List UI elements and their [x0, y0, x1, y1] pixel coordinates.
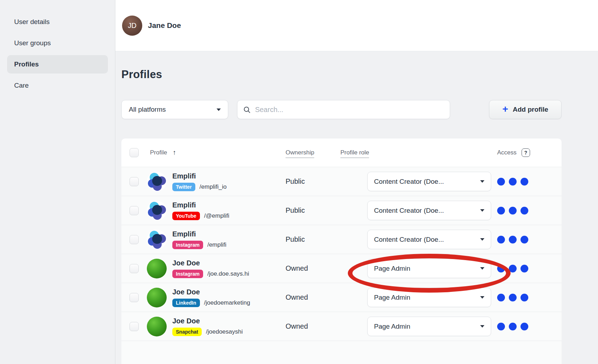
access-dot [509, 265, 517, 272]
profile-avatar [147, 201, 167, 221]
platform-badge: Instagram [172, 241, 203, 249]
access-dots [497, 207, 562, 215]
profile-name: Joe Doe [172, 259, 278, 267]
row-checkbox[interactable] [130, 235, 139, 244]
platform-badge: Twitter [172, 183, 195, 191]
row-checkbox[interactable] [130, 206, 139, 215]
access-dot [497, 323, 505, 330]
profiles-table: Profile ↑ Ownership Profile role Access … [121, 139, 562, 364]
access-dots [497, 323, 562, 330]
table-body: Emplifi Twitter /emplifi_io Public Conte… [121, 167, 562, 341]
profile-name: Emplifi [172, 172, 278, 180]
profile-header-label: Profile [150, 149, 167, 156]
profile-avatar [147, 230, 167, 249]
chevron-down-icon [480, 209, 484, 212]
column-header-profile[interactable]: Profile ↑ [150, 149, 286, 157]
platform-badge: LinkedIn [172, 299, 200, 307]
profile-role-dropdown[interactable]: Page Admin [367, 317, 491, 336]
profile-name: Emplifi [172, 230, 278, 238]
column-header-profile-role[interactable]: Profile role [340, 149, 497, 156]
profile-role-value: Content Creator (Doe... [374, 236, 444, 243]
sidebar-item-care[interactable]: Care [7, 76, 108, 95]
access-dots [497, 178, 562, 186]
access-dot [521, 207, 528, 215]
column-header-ownership[interactable]: Ownership [286, 149, 340, 156]
access-dot [521, 265, 528, 272]
search-icon [243, 106, 251, 114]
profile-avatar [147, 317, 167, 336]
column-header-access: Access ? [497, 148, 530, 157]
profile-role-value: Content Creator (Doe... [374, 207, 444, 215]
access-dot [497, 236, 505, 243]
access-dot [497, 265, 505, 272]
profile-role-dropdown[interactable]: Content Creator (Doe... [367, 172, 491, 191]
profile-avatar [147, 259, 167, 278]
table-row: Emplifi Twitter /emplifi_io Public Conte… [121, 167, 562, 196]
filter-row: All platforms + Add profile [121, 100, 562, 119]
row-checkbox[interactable] [130, 293, 139, 302]
table-row: Emplifi Instagram /emplifi Public Conten… [121, 225, 562, 254]
profile-role-value: Content Creator (Doe... [374, 178, 444, 186]
plus-icon: + [502, 104, 508, 114]
ownership-value: Owned [286, 293, 367, 301]
platform-badge: Instagram [172, 270, 203, 278]
access-dot [497, 207, 505, 215]
access-dot [509, 207, 517, 215]
sidebar-item-profiles[interactable]: Profiles [7, 55, 108, 74]
table-row: Joe Doe Instagram /joe.doe.says.hi Owned… [121, 254, 562, 283]
access-dots [497, 236, 562, 243]
profile-handle: /joe.doe.says.hi [207, 270, 249, 277]
add-profile-label: Add profile [513, 106, 548, 113]
access-dot [497, 294, 505, 301]
sort-ascending-icon[interactable]: ↑ [173, 149, 176, 157]
search-box[interactable] [237, 100, 450, 119]
profile-role-dropdown[interactable]: Page Admin [367, 288, 491, 307]
row-checkbox[interactable] [130, 177, 139, 186]
access-dots [497, 265, 562, 272]
platform-filter-dropdown[interactable]: All platforms [121, 100, 228, 119]
chevron-down-icon [480, 180, 484, 183]
row-checkbox[interactable] [130, 322, 139, 331]
search-input[interactable] [255, 106, 444, 114]
content-area: Profiles All platforms + Add profile [115, 51, 598, 364]
profile-name: Joe Doe [172, 317, 278, 325]
profile-role-value: Page Admin [374, 265, 410, 272]
main-panel: JD Jane Doe Profiles All platforms [115, 0, 598, 364]
add-profile-button[interactable]: + Add profile [489, 100, 562, 119]
ownership-value: Public [286, 177, 367, 186]
access-dot [521, 178, 528, 186]
avatar: JD [122, 16, 142, 36]
access-dot [521, 236, 528, 243]
select-all-checkbox[interactable] [130, 148, 139, 157]
access-header-label: Access [497, 149, 517, 156]
profile-name: Joe Doe [172, 288, 278, 296]
ownership-value: Owned [286, 322, 367, 330]
access-dot [497, 178, 505, 186]
row-checkbox[interactable] [130, 264, 139, 273]
profile-role-value: Page Admin [374, 294, 410, 301]
table-row: Joe Doe Snapchat /joedoesayshi Owned Pag… [121, 312, 562, 341]
sidebar-item-user-details[interactable]: User details [7, 13, 108, 31]
chevron-down-icon [217, 108, 221, 111]
table-footer-filler [121, 341, 562, 364]
help-icon[interactable]: ? [522, 148, 530, 157]
page: User detailsUser groupsProfilesCare JD J… [0, 0, 598, 364]
table-row: Joe Doe LinkedIn /joedoemarketing Owned … [121, 283, 562, 312]
profile-role-dropdown[interactable]: Page Admin [367, 259, 491, 278]
profile-handle: /emplifi_io [200, 183, 227, 190]
profile-handle: /joedoesayshi [206, 328, 243, 335]
profile-handle: /@emplifi [204, 212, 229, 219]
chevron-down-icon [480, 267, 484, 270]
user-header: JD Jane Doe [115, 0, 598, 51]
ownership-value: Public [286, 206, 367, 215]
profile-role-dropdown[interactable]: Content Creator (Doe... [367, 230, 491, 249]
ownership-value: Owned [286, 264, 367, 272]
sidebar-item-user-groups[interactable]: User groups [7, 34, 108, 52]
platform-badge: Snapchat [172, 328, 202, 336]
platform-filter-value: All platforms [129, 106, 166, 113]
chevron-down-icon [480, 296, 484, 299]
profile-role-value: Page Admin [374, 323, 410, 330]
chevron-down-icon [480, 238, 484, 241]
access-dot [509, 294, 517, 301]
profile-role-dropdown[interactable]: Content Creator (Doe... [367, 201, 491, 220]
